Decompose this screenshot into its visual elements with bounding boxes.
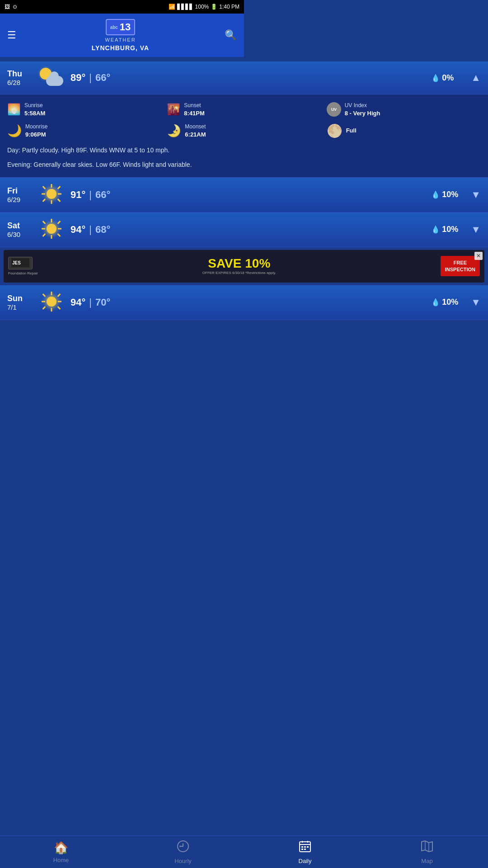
logo-weather-text: WEATHER — [105, 37, 136, 42]
sunrise-text: Sunrise 5:58AM — [24, 102, 45, 118]
app-logo: abc 13 WEATHER LYNCHBURG, VA — [92, 19, 149, 52]
day-name-thu: Thu — [7, 69, 33, 79]
sunrise-item: 🌅 Sunrise 5:58AM — [7, 102, 161, 118]
day-date-thu: 6/28 — [7, 79, 33, 86]
ad-main: SAVE 10% OFFER EXPIRES 6/30/18 *Restrict… — [38, 257, 244, 275]
day-name-fri: Fri — [7, 186, 33, 196]
moonrise-icon: 🌙 — [7, 124, 22, 138]
clock: 1:40 PM — [219, 4, 239, 10]
menu-button[interactable]: ☰ — [7, 29, 16, 41]
ad-company: JES Foundation Repair — [8, 257, 38, 275]
sunset-text: Sunset 8:41PM — [184, 102, 205, 118]
evening-description: Evening: Generally clear skies. Low 66F.… — [7, 160, 244, 170]
temp-low-sat: 68° — [95, 224, 110, 236]
detail-grid-thu: 🌅 Sunrise 5:58AM 🌇 Sunset 8:41PM UV UV I… — [7, 102, 244, 139]
day-date-fri: 6/29 — [7, 196, 33, 203]
day-label-sun: Sun 7/1 — [7, 294, 33, 311]
moonset-value: 6:21AM — [185, 131, 206, 139]
day-date-sat: 6/30 — [7, 231, 33, 238]
day-date-sun: 7/1 — [7, 303, 33, 311]
logo-badge: abc 13 — [106, 19, 136, 35]
ad-fine-print: OFFER EXPIRES 6/30/18 *Restrictions appl… — [38, 271, 244, 275]
temp-range-fri: 91° | 66° — [70, 189, 244, 201]
ad-save-text: SAVE 10% — [38, 257, 244, 270]
wifi-icon: 📶 — [169, 4, 175, 10]
temp-high-fri: 91° — [70, 189, 85, 201]
day-name-sat: Sat — [7, 221, 33, 231]
moonset-icon: 🌛 — [167, 124, 181, 138]
weather-icon-sun — [37, 292, 66, 313]
temp-low-fri: 66° — [95, 189, 110, 201]
sunset-value: 8:41PM — [184, 109, 205, 118]
temp-divider-thu: | — [89, 72, 92, 84]
logo-number: 13 — [120, 21, 131, 33]
day-row-sun[interactable]: Sun 7/1 94° | 70° 💧 10% — [0, 285, 244, 320]
temp-range-sat: 94° | 68° — [70, 224, 244, 236]
day-row-thu[interactable]: Thu 6/28 89° | 66° 💧 0% ▲ — [0, 61, 244, 94]
search-button[interactable]: 🔍 — [225, 29, 237, 41]
detail-panel-thu: 🌅 Sunrise 5:58AM 🌇 Sunset 8:41PM UV UV I… — [0, 94, 244, 178]
moonrise-text: Moonrise 9:06PM — [25, 123, 47, 139]
sunrise-icon: 🌅 — [7, 103, 21, 116]
sunset-item: 🌇 Sunset 8:41PM — [167, 102, 244, 118]
status-bar: 🖼 ⊙ 📶 ▋▋▋▋ 100% 🔋 1:40 PM — [0, 0, 244, 14]
temp-high-thu: 89° — [70, 72, 85, 84]
day-row-fri[interactable]: Fri 6/29 91° | 66° 💧 — [0, 178, 244, 212]
weather-icon-fri — [37, 184, 66, 206]
day-row-sat[interactable]: Sat 6/30 94° | 68° 💧 10% — [0, 212, 244, 247]
moonrise-title: Moonrise — [25, 123, 47, 131]
content-scroll: Thu 6/28 89° | 66° 💧 0% ▲ 🌅 Sunrise — [0, 61, 244, 434]
svg-text:JES: JES — [12, 260, 21, 265]
weather-icon-thu — [37, 68, 66, 88]
ad-banner[interactable]: JES Foundation Repair SAVE 10% OFFER EXP… — [4, 250, 244, 283]
sunset-icon: 🌇 — [167, 103, 180, 116]
moonset-text: Moonset 6:21AM — [185, 123, 206, 139]
day-description: Day: Partly cloudy. High 89F. Winds WNW … — [7, 145, 244, 155]
temp-range-sun: 94° | 70° — [70, 297, 244, 308]
weather-icon-sat — [37, 219, 66, 241]
moonrise-item: 🌙 Moonrise 9:06PM — [7, 123, 161, 139]
status-left: 🖼 ⊙ — [5, 4, 17, 10]
moonrise-value: 9:06PM — [25, 131, 47, 139]
day-label-thu: Thu 6/28 — [7, 69, 33, 86]
battery-percent: 100% — [195, 4, 209, 10]
sunset-title: Sunset — [184, 102, 205, 109]
sunrise-title: Sunrise — [24, 102, 45, 109]
temp-high-sat: 94° — [70, 224, 85, 236]
ad-logo: JES — [8, 257, 33, 269]
day-label-fri: Fri 6/29 — [7, 186, 33, 203]
header: ☰ abc 13 WEATHER LYNCHBURG, VA 🔍 — [0, 14, 244, 57]
moonset-title: Moonset — [185, 123, 206, 131]
temp-low-sun: 70° — [95, 297, 110, 308]
day-label-sat: Sat 6/30 — [7, 221, 33, 238]
target-icon: ⊙ — [13, 4, 17, 10]
logo-abc: abc — [110, 25, 118, 30]
temp-high-sun: 94° — [70, 297, 85, 308]
battery-icon: 🔋 — [211, 4, 217, 10]
moonset-item: 🌛 Moonset 6:21AM — [167, 123, 244, 139]
temp-range-thu: 89° | 66° — [70, 72, 244, 84]
sunrise-value: 5:58AM — [24, 109, 45, 118]
screen-icon: 🖼 — [5, 4, 10, 10]
status-right: 📶 ▋▋▋▋ 100% 🔋 1:40 PM — [169, 4, 239, 10]
signal-icon: ▋▋▋▋ — [177, 4, 193, 10]
temp-low-thu: 66° — [95, 72, 110, 84]
ad-tagline: Foundation Repair — [8, 271, 38, 275]
location-label: LYNCHBURG, VA — [92, 44, 149, 52]
day-name-sun: Sun — [7, 294, 33, 303]
